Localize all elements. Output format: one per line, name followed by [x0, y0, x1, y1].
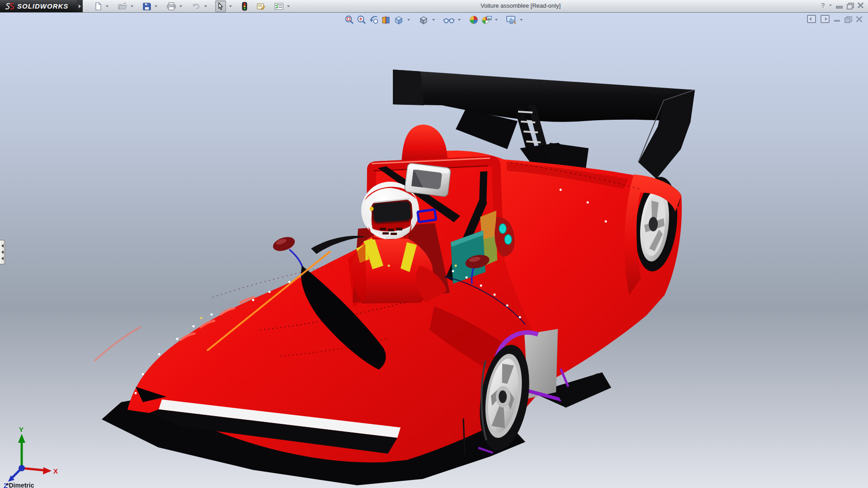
cyan-light-1: [499, 224, 506, 234]
new-document-dropdown[interactable]: [106, 5, 108, 7]
solidworks-window: { "app": { "logo_text": "SOLIDWORKS", "t…: [0, 0, 868, 488]
view-orientation-button[interactable]: [393, 14, 405, 25]
options-dropdown[interactable]: [287, 5, 290, 7]
apply-scene-button[interactable]: [481, 14, 492, 25]
rebuild-traffic-light-icon: [242, 2, 247, 11]
document-window-controls: [807, 15, 863, 23]
section-view-icon: [381, 15, 391, 25]
helmet-visor: [372, 200, 412, 224]
standard-toolbar: [93, 0, 292, 12]
document-title: Voiture assomblee [Read-only]: [481, 2, 561, 9]
hide-show-items-button[interactable]: [443, 14, 455, 25]
help-dropdown[interactable]: [829, 5, 832, 6]
rebuild-button[interactable]: [241, 0, 249, 12]
options-button[interactable]: [273, 0, 285, 12]
print-button[interactable]: [165, 0, 177, 12]
appearance-ball-icon: [469, 15, 479, 25]
view-settings-icon: [506, 15, 517, 25]
undo-dropdown[interactable]: [204, 5, 207, 7]
zoom-to-fit-icon: [344, 15, 354, 25]
window-controls: ?: [821, 1, 863, 9]
view-settings-button[interactable]: [505, 14, 517, 25]
previous-view-button[interactable]: [368, 14, 379, 25]
select-tool-dropdown-box[interactable]: [227, 0, 234, 12]
display-style-dropdown[interactable]: [432, 19, 435, 21]
file-properties-icon: [256, 2, 265, 10]
undo-button[interactable]: [190, 0, 202, 12]
print-icon: [167, 2, 176, 10]
document-close-button[interactable]: [856, 16, 863, 22]
view-orientation-dropdown[interactable]: [407, 19, 410, 21]
new-document-icon: [94, 2, 102, 10]
previous-view-icon: [369, 15, 379, 25]
display-style-icon: [418, 15, 429, 25]
section-view-button[interactable]: [381, 14, 392, 25]
view-settings-dropdown[interactable]: [520, 19, 523, 21]
edit-appearance-button[interactable]: [468, 14, 479, 25]
save-dropdown[interactable]: [155, 5, 157, 7]
axis-x-label: X: [53, 467, 58, 475]
view-orientation-label: *Dimetric: [6, 482, 34, 488]
heads-up-view-toolbar: [344, 14, 524, 25]
graphics-area[interactable]: Y X Z *Dimetric: [0, 12, 868, 488]
collapse-left-pane-button[interactable]: [807, 15, 816, 23]
save-button[interactable]: [142, 0, 152, 12]
apply-scene-dropdown[interactable]: [495, 19, 498, 21]
reference-triad: Y X Z: [4, 426, 58, 488]
title-bar: SOLIDWORKS: [0, 0, 868, 13]
cyan-light-2: [505, 235, 512, 244]
featuremanager-collapsed-tab[interactable]: [0, 240, 5, 264]
rocker-panel-gray[interactable]: [524, 329, 558, 399]
wing-endplate-left[interactable]: [393, 70, 424, 105]
collapse-right-pane-button[interactable]: [821, 15, 830, 23]
minimize-button[interactable]: [836, 6, 843, 9]
select-tool-button[interactable]: [215, 0, 226, 12]
options-list-icon: [274, 2, 283, 10]
hide-show-items-dropdown[interactable]: [458, 19, 461, 21]
select-cursor-icon: [217, 2, 225, 10]
file-properties-button[interactable]: [255, 0, 267, 12]
new-document-button[interactable]: [93, 0, 104, 12]
zoom-to-fit-button[interactable]: [344, 14, 355, 25]
document-minimize-button[interactable]: [834, 20, 840, 22]
save-icon: [143, 2, 151, 10]
view-orientation-icon: [393, 15, 404, 25]
apply-scene-icon: [481, 15, 492, 25]
logo-text: SOLIDWORKS: [17, 2, 68, 10]
undo-icon: [192, 2, 201, 10]
zoom-to-area-icon: [357, 15, 367, 25]
model-voiture-assemblee[interactable]: Y X Z: [0, 13, 868, 488]
mirror-left[interactable]: [271, 235, 303, 268]
open-document-dropdown[interactable]: [131, 5, 133, 7]
open-document-icon: [118, 2, 127, 10]
document-restore-button[interactable]: [844, 16, 851, 22]
menu-flyout-arrow[interactable]: [77, 0, 83, 12]
axis-y-label: Y: [19, 426, 24, 433]
eyeglasses-icon: [443, 15, 455, 25]
close-button[interactable]: [857, 2, 863, 8]
air-intake-box[interactable]: [404, 163, 451, 197]
restore-button[interactable]: [847, 3, 853, 8]
help-button[interactable]: ?: [821, 1, 825, 9]
solidworks-logo-icon: [5, 3, 14, 10]
select-tool-dropdown: [229, 5, 232, 7]
open-document-button[interactable]: [117, 0, 128, 12]
print-dropdown[interactable]: [179, 5, 182, 7]
solidworks-logo: SOLIDWORKS: [0, 0, 77, 12]
display-style-button[interactable]: [418, 14, 429, 25]
zoom-to-area-button[interactable]: [356, 14, 367, 25]
